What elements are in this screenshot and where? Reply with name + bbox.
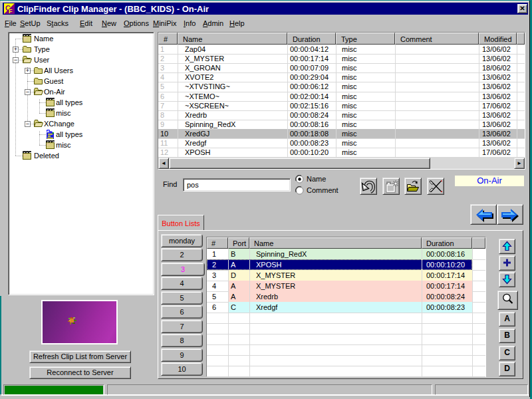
- svg-text:F: F: [9, 8, 13, 14]
